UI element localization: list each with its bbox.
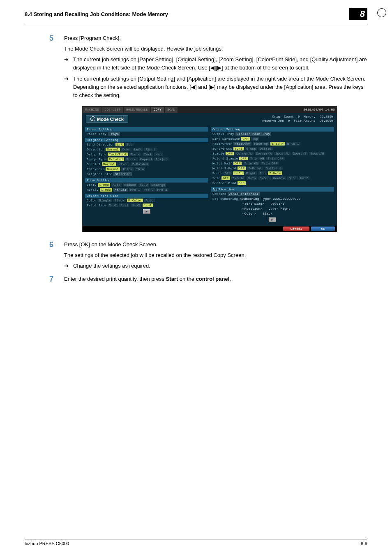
value[interactable]: 2pos./T <box>292 152 308 155</box>
value[interactable]: 3-Out <box>258 176 271 180</box>
value[interactable]: Enlarge <box>150 183 166 187</box>
value[interactable]: OFF <box>233 162 242 165</box>
value[interactable]: Group <box>245 147 257 150</box>
tab-machine[interactable]: MACHINE <box>83 107 101 113</box>
value[interactable]: Trim ON <box>249 157 265 160</box>
tab-copy[interactable]: COPY <box>151 107 164 113</box>
tab-joblist[interactable]: JOB LIST <box>102 107 123 113</box>
scroll-right-button[interactable]: ▶ <box>143 209 151 214</box>
value[interactable]: Right <box>245 171 257 175</box>
value[interactable]: OFF <box>226 152 234 155</box>
value[interactable]: Normal <box>106 167 120 171</box>
value[interactable]: OFF <box>238 181 246 185</box>
value[interactable]: Offset <box>258 147 273 150</box>
value[interactable]: Trim OFF <box>261 162 279 165</box>
value[interactable]: Single <box>98 199 112 202</box>
value[interactable]: Photo <box>125 157 138 161</box>
value[interactable]: Trim OFF <box>266 157 284 160</box>
value[interactable]: Auto <box>111 183 122 187</box>
value[interactable]: OFF <box>239 157 247 160</box>
value[interactable]: 1->1 <box>143 204 153 207</box>
step-body: Press [Program Check]. The Mode Check Sc… <box>64 34 367 102</box>
value[interactable]: OutPrint <box>265 166 283 170</box>
value[interactable]: Pre 1 <box>129 188 141 192</box>
value[interactable]: Top <box>125 143 134 146</box>
step-body: Enter the desired print quantity, then p… <box>64 275 367 286</box>
value[interactable]: 1->2 <box>131 204 141 207</box>
value[interactable]: 2->1 <box>119 204 129 207</box>
value[interactable]: Manual <box>113 188 128 192</box>
value[interactable]: N to 1 <box>286 142 300 146</box>
value[interactable]: Corner/L <box>235 152 253 155</box>
value[interactable]: Auto <box>144 199 154 202</box>
arrow-icon: ➔ <box>64 75 73 99</box>
value[interactable]: Trim ON <box>243 162 259 165</box>
value[interactable]: Reduce <box>123 183 137 187</box>
value[interactable]: Double <box>272 176 286 180</box>
section-color-print-side: Color/Print Side <box>85 194 208 198</box>
value[interactable]: OFF <box>221 176 230 180</box>
value[interactable]: FaceDown <box>233 142 251 146</box>
value[interactable]: Z-Fold <box>231 176 246 180</box>
value[interactable]: Corner/R <box>255 152 273 155</box>
value[interactable]: Standard <box>113 172 131 176</box>
value[interactable]: Face Up <box>253 142 269 146</box>
label: Combine <box>212 192 226 196</box>
value[interactable]: 1.000 <box>100 188 112 192</box>
value[interactable]: Copyed <box>139 157 153 161</box>
value[interactable]: Inkjet <box>154 157 168 161</box>
value[interactable]: Tray1 <box>108 132 120 136</box>
value[interactable]: Printed <box>108 157 124 161</box>
value[interactable]: Top <box>258 171 267 175</box>
value: Upper Right <box>269 207 291 210</box>
footer-left: bizhub PRESS C8000 <box>25 541 69 546</box>
left-column: Paper Setting Paper TrayTray1 Original S… <box>85 126 208 223</box>
value[interactable]: Gate <box>287 176 297 180</box>
value[interactable]: Text/Phot <box>108 153 128 156</box>
value[interactable]: Black <box>113 199 126 202</box>
value[interactable]: Thick <box>121 167 134 171</box>
value[interactable]: Normal <box>102 162 116 166</box>
value[interactable]: Photo <box>129 153 141 156</box>
value[interactable]: Mixed <box>117 162 129 166</box>
cancel-button[interactable]: Cancel <box>283 227 310 231</box>
sub-bullet: ➔ Change the settings as required. <box>64 262 367 270</box>
value[interactable]: OFF <box>238 166 246 170</box>
ok-button[interactable]: OK <box>311 227 335 231</box>
value[interactable]: Half <box>299 176 309 180</box>
label: Output Tray <box>212 132 234 136</box>
value[interactable]: Right <box>144 148 157 151</box>
value[interactable]: 3-In <box>247 176 257 180</box>
value[interactable]: Top <box>251 137 259 141</box>
value[interactable]: Left <box>133 148 143 151</box>
label: Set Numbering <box>212 197 238 201</box>
value[interactable]: Left <box>233 171 243 175</box>
value[interactable]: 2pos./R <box>309 152 325 155</box>
value[interactable]: 1.000 <box>98 183 110 187</box>
value[interactable]: InPrint <box>247 166 263 170</box>
tab-recall[interactable]: HOLD/RECALL <box>124 107 150 113</box>
value[interactable]: F-Color <box>127 199 143 202</box>
value[interactable]: Text <box>143 153 153 156</box>
value[interactable]: 2-Hole <box>268 171 282 175</box>
value[interactable]: OFF <box>224 171 232 175</box>
value[interactable]: Pre 2 <box>143 188 155 192</box>
value[interactable]: 1 to N <box>270 142 285 146</box>
value[interactable]: x1.0 <box>138 183 149 187</box>
value[interactable]: 2in1:Horizontal <box>228 192 260 196</box>
value[interactable]: L/R <box>115 143 124 146</box>
value[interactable]: Thin <box>135 167 145 171</box>
value[interactable]: Z-Folded <box>131 162 149 166</box>
value[interactable]: Stapler Main Tray <box>235 132 272 136</box>
label: Orig. Type <box>87 153 106 156</box>
value[interactable]: Down <box>121 148 131 151</box>
value[interactable]: L/R <box>241 137 249 141</box>
value[interactable]: Pre 3 <box>156 188 168 192</box>
tab-scan[interactable]: SCAN <box>165 107 178 113</box>
value[interactable]: 2->2 <box>108 204 118 207</box>
value[interactable]: 2pos./L <box>274 152 291 155</box>
scroll-right-button[interactable]: ▶ <box>269 217 277 222</box>
value[interactable]: Sort <box>233 147 244 150</box>
value[interactable]: Map <box>154 153 162 156</box>
value[interactable]: Normal <box>106 148 120 151</box>
